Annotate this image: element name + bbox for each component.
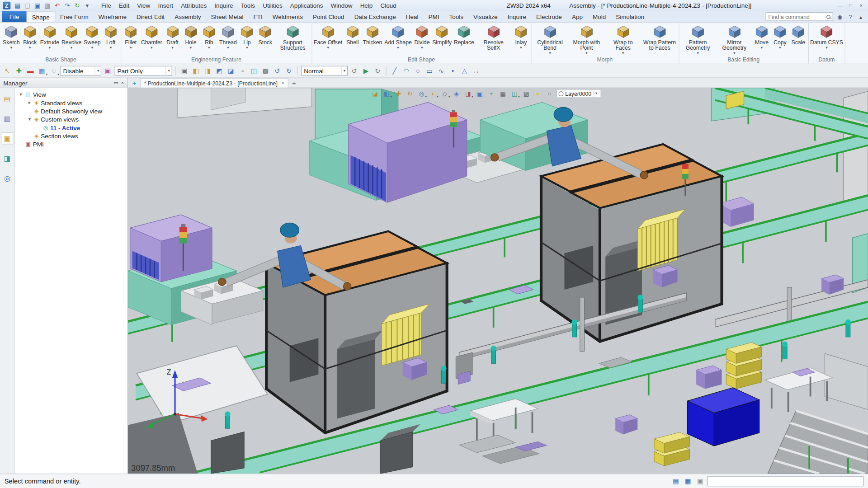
draw-dimension-icon[interactable]: ↔ <box>471 66 481 76</box>
dock-find-icon[interactable]: ◎ <box>1 172 13 184</box>
filter-list-icon[interactable]: ▦▾ <box>37 66 47 76</box>
snap-settings-icon[interactable]: ◫▾ <box>510 89 519 98</box>
minimize-button[interactable]: — <box>835 1 845 10</box>
close-button[interactable]: × <box>856 1 866 10</box>
ribbon-tab-simulation[interactable]: Simulation <box>611 11 649 22</box>
filter-all-icon[interactable]: ▣ <box>179 66 189 76</box>
tree-item-standard-views[interactable]: ▸◈Standard views <box>15 99 127 107</box>
menu-insert[interactable]: Insert <box>154 1 177 10</box>
ribbon-tab-visualize[interactable]: Visualize <box>468 11 503 22</box>
ribbon-tab-inquire[interactable]: Inquire <box>503 11 531 22</box>
tree-item-view[interactable]: ▾◫View <box>15 90 127 99</box>
ribbon-tab-weldments[interactable]: Weldments <box>268 11 308 22</box>
pan-view-icon[interactable]: ✚ <box>394 89 403 98</box>
ribbon-tab-fti[interactable]: FTI <box>249 11 268 22</box>
tool-resolve-selfx[interactable]: Resolve SelfX <box>475 23 512 56</box>
filter-curve-icon[interactable]: ◪ <box>226 66 236 76</box>
draw-polygon-icon[interactable]: △ <box>459 66 469 76</box>
manager-pin-icon[interactable]: ▭ <box>113 80 118 85</box>
tool-thicken[interactable]: Thicken <box>362 23 383 56</box>
ribbon-tab-file[interactable]: File <box>2 11 27 22</box>
filter-face-icon[interactable]: ◨ <box>203 66 212 76</box>
ribbon-tab-shape[interactable]: Shape <box>26 11 55 22</box>
filter-point-icon[interactable]: ▫ <box>237 66 247 76</box>
filter-shape-icon[interactable]: ◧ <box>191 66 201 76</box>
menu-view[interactable]: View <box>133 1 154 10</box>
filter-component-icon[interactable]: ▩ <box>261 66 271 76</box>
scope-combo[interactable]: Part Only▾ <box>114 66 172 76</box>
tree-expander[interactable]: ▾ <box>27 117 32 122</box>
tool-simplify[interactable]: Simplify <box>431 23 453 56</box>
print-icon[interactable]: ▥ <box>42 1 52 10</box>
ribbon-tab-sheet-metal[interactable]: Sheet Metal <box>206 11 249 22</box>
filter-edge-icon[interactable]: ◩ <box>214 66 224 76</box>
ribbon-tab-tools[interactable]: Tools <box>444 11 468 22</box>
tool-fillet[interactable]: Fillet▾ <box>122 23 140 56</box>
tool-inlay[interactable]: Inlay▾ <box>512 23 530 56</box>
tool-hole[interactable]: Hole▾ <box>182 23 200 56</box>
tool-face-offset[interactable]: Face Offset▾ <box>313 23 344 56</box>
ribbon-tab-wireframe[interactable]: Wireframe <box>94 11 132 22</box>
tool-block[interactable]: Block▾ <box>21 23 39 56</box>
tool-mirror-geometry[interactable]: Mirror Geometry▾ <box>716 23 753 56</box>
tool-wrap-to-faces[interactable]: Wrap to Faces▾ <box>605 23 642 56</box>
new-tab-icon[interactable]: + <box>130 79 138 86</box>
command-search[interactable] <box>765 12 833 21</box>
tree-item-default-showonly-view[interactable]: ◈Default Showonly view <box>15 107 127 115</box>
ribbon-tab-electrode[interactable]: Electrode <box>531 11 567 22</box>
viewport[interactable]: Z ◪◧▾✚↻◎▾◐▾◇▾◈◨▾▣+▦◫▾▨●○Layer0000▾ 3097.… <box>128 88 868 474</box>
tool-chamfer[interactable]: Chamfer▾ <box>140 23 164 56</box>
menu-inquire[interactable]: Inquire <box>211 1 237 10</box>
draw-point-icon[interactable]: • <box>448 66 458 76</box>
view-orientation-icon[interactable]: ◧▾ <box>382 89 392 98</box>
save-file-icon[interactable]: ▣ <box>33 1 42 10</box>
ribbon-tab-direct-edit[interactable]: Direct Edit <box>132 11 170 22</box>
tree-item-pmi[interactable]: ▣PMI <box>15 140 127 148</box>
ribbon-tab-mold[interactable]: Mold <box>588 11 611 22</box>
draw-rect-icon[interactable]: ▭ <box>425 66 434 76</box>
dock-history-icon[interactable]: ▤ <box>1 92 13 104</box>
menu-window[interactable]: Window <box>327 1 356 10</box>
add-to-list-icon[interactable]: ✚ <box>14 66 24 76</box>
lasso-select-icon[interactable]: ◌▾ <box>49 66 59 76</box>
wireframe-mode-icon[interactable]: ◇▾ <box>440 89 449 98</box>
orbit-right-icon[interactable]: ↻ <box>373 66 382 76</box>
undo-view-icon[interactable]: ↺ <box>272 66 282 76</box>
ribbon-tab-point-cloud[interactable]: Point Cloud <box>308 11 349 22</box>
ribbon-tab-app[interactable]: App <box>567 11 588 22</box>
status-echo-icon[interactable]: ▦ <box>683 476 693 486</box>
tool-sketch[interactable]: Sketch▾ <box>2 23 21 56</box>
color-state-icon[interactable]: ▣ <box>103 66 113 76</box>
tree-item-section-views[interactable]: ◈Section views <box>15 131 127 140</box>
tool-sweep[interactable]: Sweep▾ <box>83 23 102 56</box>
dock-manager-icon[interactable]: ▣ <box>1 132 13 145</box>
status-filter-icon[interactable]: ▣ <box>695 476 705 486</box>
regen-icon[interactable]: ↻ <box>72 1 82 10</box>
zoom-view-icon[interactable]: ◎▾ <box>417 89 426 98</box>
section-view-icon[interactable]: ◨▾ <box>463 89 473 98</box>
document-tab[interactable]: * ProductionLine-Multiple-4-2024.Z3 - [P… <box>140 78 288 88</box>
redo-icon[interactable]: ↷ <box>62 1 72 10</box>
tool-rib[interactable]: Rib▾ <box>200 23 218 56</box>
tool-divide[interactable]: Divide▾ <box>413 23 431 56</box>
new-file-icon[interactable]: ▤ <box>13 1 22 10</box>
help-icon[interactable]: ? <box>846 14 854 19</box>
settings-icon[interactable]: ◉ <box>836 14 844 19</box>
csys-display-icon[interactable]: + <box>486 89 496 98</box>
tool-scale[interactable]: Scale <box>789 23 807 56</box>
perspective-toggle-icon[interactable]: ◈ <box>452 89 461 98</box>
command-search-input[interactable] <box>769 14 825 19</box>
tab-close-icon[interactable]: × <box>281 80 284 86</box>
redo-view-icon[interactable]: ↻ <box>284 66 294 76</box>
zoom-window-icon[interactable]: ▣ <box>475 89 485 98</box>
menu-tools[interactable]: Tools <box>237 1 259 10</box>
menu-edit[interactable]: Edit <box>115 1 133 10</box>
shade-mode-icon[interactable]: ◐▾ <box>429 89 438 98</box>
scene-settings-icon[interactable]: ◪ <box>370 89 380 98</box>
status-command-input[interactable] <box>708 476 863 486</box>
ribbon-tab-pmi[interactable]: PMI <box>424 11 444 22</box>
light-toggle-icon[interactable]: ● <box>533 89 542 98</box>
tool-extrude[interactable]: Extrude▾ <box>39 23 60 56</box>
ribbon-tab-assembly[interactable]: Assembly <box>170 11 206 22</box>
tool-datum-csys[interactable]: Datum CSYS▾ <box>809 23 844 56</box>
